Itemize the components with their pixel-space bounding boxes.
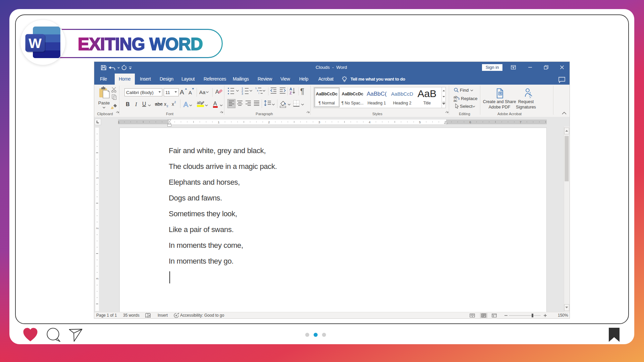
svg-text:3: 3 [241,92,243,95]
svg-text:6: 6 [469,120,471,124]
svg-text:B: B [126,101,130,107]
svg-text:x: x [530,91,531,94]
svg-text:1: 1 [118,120,119,124]
svg-text:ac: ac [453,98,458,102]
svg-text:Find: Find [460,88,469,93]
svg-text:Aa: Aa [199,89,206,95]
svg-text:Signatures: Signatures [516,105,536,109]
svg-text:Request: Request [518,99,534,104]
svg-text:2: 2 [174,100,176,104]
svg-text:Create and Share: Create and Share [483,99,516,104]
svg-text:3: 3 [318,120,320,124]
svg-text:A: A [213,101,217,106]
svg-text:Heading 1: Heading 1 [368,101,386,105]
svg-text:AaBbCcD: AaBbCcD [391,91,413,97]
svg-text:7: 7 [520,120,521,124]
svg-text:2: 2 [167,104,168,108]
svg-text:x: x [164,101,166,107]
svg-text:A: A [189,90,192,95]
svg-text:Select: Select [460,104,473,109]
svg-text:5: 5 [419,120,421,124]
svg-text:Paste: Paste [98,100,110,105]
svg-text:AaBbC(: AaBbC( [367,91,387,97]
svg-text:EXITING WORD: EXITING WORD [78,35,203,54]
svg-text:¶: ¶ [300,87,304,96]
svg-text:AaBbCcDc: AaBbCcDc [342,92,364,96]
svg-text:U: U [142,101,146,107]
svg-text:A: A [180,89,184,96]
svg-text:Adobe PDF: Adobe PDF [489,105,511,109]
svg-text:¶ Normal: ¶ Normal [319,101,335,105]
svg-text:11: 11 [165,90,170,95]
svg-text:3: 3 [95,278,99,279]
svg-text:2: 2 [268,120,270,124]
svg-text:Z: Z [289,91,292,95]
svg-text:W: W [29,36,42,51]
svg-text:1: 1 [218,120,219,124]
svg-text:i: i [259,92,259,95]
svg-text:ab: ab [197,100,202,105]
svg-text:¶ No Spac...: ¶ No Spac... [341,101,364,105]
svg-text:A: A [289,87,292,91]
svg-text:AaBbCcDc: AaBbCcDc [316,92,338,96]
svg-text:x: x [172,101,174,107]
svg-text:I: I [135,101,137,107]
svg-text:Calibri (Body): Calibri (Body) [126,90,154,95]
svg-text:Replace: Replace [461,96,478,101]
svg-text:AaB: AaB [418,88,437,99]
svg-text:1: 1 [95,177,99,179]
svg-text:1: 1 [255,87,257,90]
svg-text:A: A [183,100,188,108]
svg-text:Title: Title [423,101,431,105]
svg-text:Heading 2: Heading 2 [393,101,412,105]
svg-text:4: 4 [369,120,370,124]
svg-text:2: 2 [95,227,99,229]
